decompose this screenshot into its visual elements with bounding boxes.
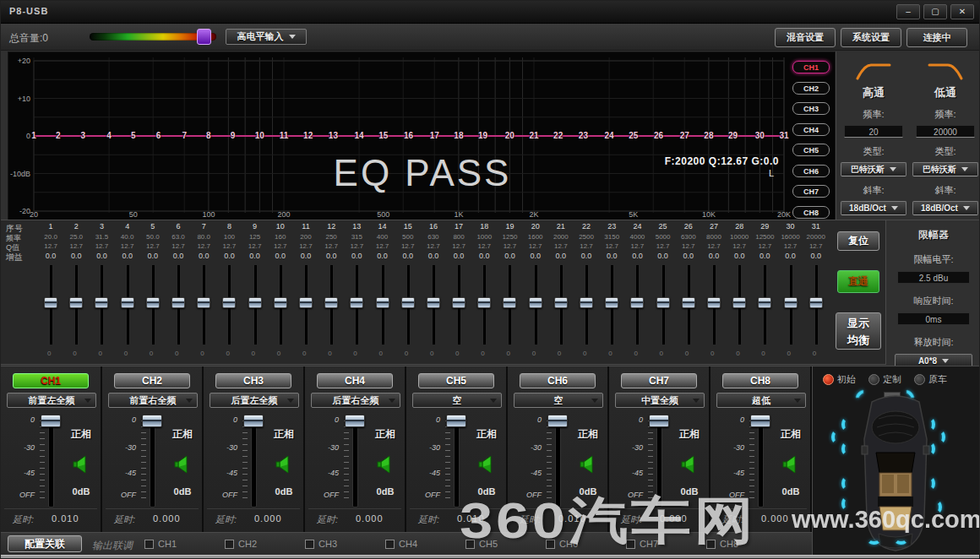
eq-point-28[interactable]: 28 [703,131,715,140]
band-slider-handle[interactable] [376,297,389,308]
toolbar-button-2[interactable]: 系统设置 [841,28,901,47]
speaker-icon[interactable] [476,454,498,478]
speaker-indicator-icon[interactable] [931,500,942,514]
graph-channel-button-ch2[interactable]: CH2 [792,82,830,95]
fader-track[interactable] [555,417,561,507]
config-link-button[interactable]: 配置关联 [8,535,82,552]
band-slider-handle[interactable] [44,297,57,308]
graph-channel-button-ch6[interactable]: CH6 [792,165,830,177]
output-link-checkbox-ch3[interactable]: CH3 [305,539,337,549]
eq-point-18[interactable]: 18 [453,131,465,140]
highpass-slope-select[interactable]: 18dB/Oct [841,201,906,215]
eq-point-1[interactable]: 1 [28,131,40,140]
eq-point-4[interactable]: 4 [103,131,115,140]
fader-track[interactable] [48,417,54,507]
fader-track[interactable] [150,417,155,507]
master-volume-handle[interactable] [197,29,211,45]
graph-channel-button-ch8[interactable]: CH8 [792,206,830,219]
speaker-indicator-icon[interactable] [924,442,935,456]
lowpass-type-select[interactable]: 巴特沃斯 [912,162,978,176]
eq-point-15[interactable]: 15 [378,131,389,140]
lowpass-slope-select[interactable]: 18dB/Oct [912,201,978,215]
band-slider-handle[interactable] [121,297,134,308]
band-slider-handle[interactable] [477,297,491,308]
highpass-type-select[interactable]: 巴特沃斯 [841,162,906,176]
delay-value[interactable]: 0.010 [457,513,485,524]
speaker-icon[interactable] [678,454,700,478]
band-slider-handle[interactable] [529,297,542,308]
eq-point-14[interactable]: 14 [353,131,365,140]
fader-handle[interactable] [243,415,264,427]
output-link-checkbox-ch5[interactable]: CH5 [466,539,498,549]
output-link-checkbox-ch1[interactable]: CH1 [144,539,177,549]
channel-button-ch8[interactable]: CH8 [722,373,798,388]
eq-point-3[interactable]: 3 [77,131,89,140]
graph-channel-button-ch5[interactable]: CH5 [792,144,830,156]
band-slider-handle[interactable] [452,297,466,308]
delay-value[interactable]: 0.000 [254,513,282,524]
graph-channel-button-ch3[interactable]: CH3 [792,102,830,115]
eq-point-12[interactable]: 12 [302,131,314,140]
delay-value[interactable]: 0.000 [153,513,181,524]
output-type-select[interactable]: 前置右全频 [108,393,198,408]
delay-value[interactable]: 0.000 [660,513,688,524]
eq-point-26[interactable]: 26 [652,131,664,140]
speaker-icon[interactable] [577,454,599,478]
speaker-indicator-icon[interactable] [924,417,935,431]
band-slider-handle[interactable] [197,297,210,308]
fader-handle[interactable] [750,415,770,427]
band-slider-handle[interactable] [656,297,670,308]
output-type-select[interactable]: 空 [514,393,603,408]
band-slider-handle[interactable] [95,297,108,308]
output-type-select[interactable]: 后置右全频 [311,393,400,408]
speaker-indicator-icon[interactable] [841,476,852,491]
eq-point-24[interactable]: 24 [603,131,615,140]
channel-button-ch2[interactable]: CH2 [114,373,190,388]
eq-point-30[interactable]: 30 [754,131,765,140]
speaker-indicator-icon[interactable] [831,430,842,444]
fader-handle[interactable] [547,415,568,427]
band-slider-handle[interactable] [732,297,746,308]
output-link-checkbox-ch2[interactable]: CH2 [225,539,257,549]
fader-handle[interactable] [41,415,61,427]
output-link-checkbox-ch8[interactable]: CH8 [706,539,738,549]
eq-curve-graph[interactable]: EQ PASS F:20200 Q:12.67 G:0.0 L +20+100-… [8,52,836,220]
fader-track[interactable] [251,417,257,507]
fader-track[interactable] [454,417,460,507]
band-slider-handle[interactable] [630,297,644,308]
band-slider-handle[interactable] [248,297,262,308]
eq-point-25[interactable]: 25 [628,131,640,140]
band-slider-handle[interactable] [401,297,415,308]
limiter-attack-value[interactable]: 0ms [897,312,970,325]
band-slider-handle[interactable] [707,297,721,308]
car-mode-radio-2[interactable]: 定制 [868,373,901,386]
channel-button-ch5[interactable]: CH5 [418,373,494,388]
speaker-indicator-icon[interactable] [841,442,852,456]
lowpass-freq-value[interactable]: 20000 [916,125,975,138]
band-slider-handle[interactable] [172,297,185,308]
toolbar-button-3[interactable]: 连接中 [906,28,967,47]
speaker-indicator-icon[interactable] [841,497,852,511]
fader-handle[interactable] [345,415,365,427]
output-link-checkbox-ch4[interactable]: CH4 [385,539,417,549]
band-slider-handle[interactable] [554,297,568,308]
output-link-checkbox-ch7[interactable]: CH7 [626,539,658,549]
fader-handle[interactable] [649,415,669,427]
graph-channel-button-ch7[interactable]: CH7 [792,185,830,198]
eq-point-9[interactable]: 9 [227,131,239,140]
speaker-icon[interactable] [374,454,396,478]
speaker-icon[interactable] [273,454,295,478]
close-button[interactable]: ✕ [950,4,974,19]
channel-button-ch4[interactable]: CH4 [317,373,393,388]
band-slider-handle[interactable] [324,297,338,308]
eq-point-17[interactable]: 17 [428,131,440,140]
speaker-icon[interactable] [780,454,802,478]
speaker-icon[interactable] [172,454,193,478]
band-slider-handle[interactable] [146,297,160,308]
delay-value[interactable]: 0.010 [52,513,79,524]
graph-channel-button-ch1[interactable]: CH1 [792,61,830,73]
eq-point-22[interactable]: 22 [553,131,564,140]
eq-point-8[interactable]: 8 [203,131,215,140]
output-type-select[interactable]: 后置左全频 [210,393,299,408]
band-slider-handle[interactable] [503,297,516,308]
